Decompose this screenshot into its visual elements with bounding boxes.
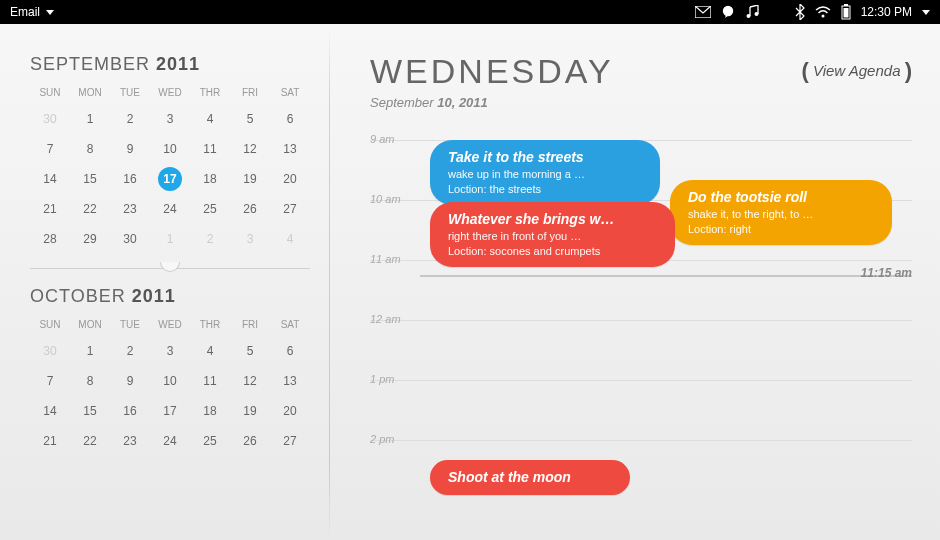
calendar-day[interactable]: 4: [270, 224, 310, 254]
calendar-day[interactable]: 7: [30, 366, 70, 396]
day-title: WEDNESDAY: [370, 52, 614, 91]
calendar-day[interactable]: 6: [270, 336, 310, 366]
mail-icon[interactable]: [695, 6, 711, 18]
statusbar-clock[interactable]: 12:30 PM: [861, 5, 912, 19]
calendar-day[interactable]: 3: [150, 104, 190, 134]
calendar-day[interactable]: 30: [110, 224, 150, 254]
calendar-day[interactable]: 1: [70, 104, 110, 134]
weekday-header: SAT: [270, 87, 310, 104]
calendar-event[interactable]: Take it to the streetswake up in the mor…: [430, 140, 660, 205]
view-agenda-button[interactable]: ( View Agenda ): [801, 52, 912, 84]
calendar-day[interactable]: 24: [150, 426, 190, 456]
hour-row[interactable]: 1 pm: [370, 380, 912, 440]
calendar-day[interactable]: 8: [70, 366, 110, 396]
hour-row[interactable]: 11 am: [370, 260, 912, 320]
calendar-day[interactable]: 23: [110, 194, 150, 224]
calendar-day[interactable]: 30: [30, 104, 70, 134]
calendar-day[interactable]: 29: [70, 224, 110, 254]
calendar-day[interactable]: 16: [110, 396, 150, 426]
calendar-day[interactable]: 3: [150, 336, 190, 366]
music-icon[interactable]: [745, 5, 761, 19]
calendar-day[interactable]: 25: [190, 426, 230, 456]
statusbar-app-menu[interactable]: Email: [10, 5, 54, 19]
mini-calendar[interactable]: SUNMONTUEWEDTHRFRISAT3012345678910111213…: [30, 87, 310, 254]
calendar-day[interactable]: 13: [270, 134, 310, 164]
timeline[interactable]: 9 am10 am11 am12 am1 pm2 pmTake it to th…: [370, 140, 912, 540]
calendar-day[interactable]: 14: [30, 164, 70, 194]
calendar-day[interactable]: 4: [190, 336, 230, 366]
calendar-day[interactable]: 22: [70, 194, 110, 224]
calendar-day[interactable]: 13: [270, 366, 310, 396]
calendar-day[interactable]: 8: [70, 134, 110, 164]
calendar-day[interactable]: 15: [70, 164, 110, 194]
battery-icon[interactable]: [841, 4, 851, 20]
calendar-day[interactable]: 1: [70, 336, 110, 366]
calendar-day[interactable]: 1: [150, 224, 190, 254]
calendar-day[interactable]: 6: [270, 104, 310, 134]
calendar-day[interactable]: 15: [70, 396, 110, 426]
calendar-day[interactable]: 27: [270, 426, 310, 456]
calendar-day[interactable]: 10: [150, 134, 190, 164]
calendar-day[interactable]: 18: [190, 164, 230, 194]
calendar-day[interactable]: 7: [30, 134, 70, 164]
calendar-day[interactable]: 23: [110, 426, 150, 456]
calendar-day[interactable]: 3: [230, 224, 270, 254]
statusbar-app-label: Email: [10, 5, 40, 19]
calendar-day[interactable]: 9: [110, 366, 150, 396]
calendar-day[interactable]: 20: [270, 164, 310, 194]
weekday-header: TUE: [110, 319, 150, 336]
calendar-event[interactable]: Whatever she brings w…right there in fro…: [430, 202, 675, 267]
calendar-event[interactable]: Do the tootsie rollshake it, to the righ…: [670, 180, 892, 245]
calendar-day[interactable]: 12: [230, 366, 270, 396]
calendar-day[interactable]: 20: [270, 396, 310, 426]
calendar-day[interactable]: 17: [150, 164, 190, 194]
calendar-day[interactable]: 4: [190, 104, 230, 134]
weekday-header: SUN: [30, 87, 70, 104]
hour-label: 10 am: [370, 193, 401, 205]
calendar-day[interactable]: 21: [30, 426, 70, 456]
svg-rect-6: [844, 4, 848, 6]
calendar-day[interactable]: 2: [110, 336, 150, 366]
bluetooth-icon[interactable]: [795, 4, 805, 20]
weekday-header: MON: [70, 87, 110, 104]
calendar-day[interactable]: 9: [110, 134, 150, 164]
hour-label: 1 pm: [370, 373, 394, 385]
calendar-day[interactable]: 11: [190, 134, 230, 164]
weekday-header: FRI: [230, 319, 270, 336]
calendar-day[interactable]: 19: [230, 396, 270, 426]
calendar-day[interactable]: 5: [230, 336, 270, 366]
calendar-day[interactable]: 26: [230, 426, 270, 456]
calendar-day[interactable]: 10: [150, 366, 190, 396]
calendar-app: SEPTEMBER 2011SUNMONTUEWEDTHRFRISAT30123…: [0, 24, 940, 540]
calendar-day[interactable]: 11: [190, 366, 230, 396]
calendar-day[interactable]: 12: [230, 134, 270, 164]
day-subtitle: September 10, 2011: [370, 95, 614, 110]
calendar-day[interactable]: 25: [190, 194, 230, 224]
calendar-day[interactable]: 5: [230, 104, 270, 134]
calendar-day[interactable]: 14: [30, 396, 70, 426]
calendar-day[interactable]: 19: [230, 164, 270, 194]
calendar-day[interactable]: 27: [270, 194, 310, 224]
calendar-day[interactable]: 18: [190, 396, 230, 426]
chevron-down-icon: [922, 10, 930, 15]
calendar-day[interactable]: 17: [150, 396, 190, 426]
calendar-day[interactable]: 2: [110, 104, 150, 134]
calendar-day[interactable]: 2: [190, 224, 230, 254]
calendar-day[interactable]: 30: [30, 336, 70, 366]
month-divider: [30, 260, 310, 276]
calendar-day[interactable]: 26: [230, 194, 270, 224]
calendar-day[interactable]: 21: [30, 194, 70, 224]
svg-rect-7: [843, 8, 848, 18]
calendar-day[interactable]: 16: [110, 164, 150, 194]
weekday-header: MON: [70, 319, 110, 336]
month-title: OCTOBER 2011: [30, 286, 310, 307]
weekday-header: THR: [190, 319, 230, 336]
mini-calendar[interactable]: SUNMONTUEWEDTHRFRISAT3012345678910111213…: [30, 319, 310, 456]
calendar-day[interactable]: 24: [150, 194, 190, 224]
chat-icon[interactable]: [721, 5, 735, 19]
calendar-day[interactable]: 28: [30, 224, 70, 254]
calendar-day[interactable]: 22: [70, 426, 110, 456]
hour-row[interactable]: 12 am: [370, 320, 912, 380]
calendar-event[interactable]: Shoot at the moon: [430, 460, 630, 495]
wifi-icon[interactable]: [815, 6, 831, 18]
